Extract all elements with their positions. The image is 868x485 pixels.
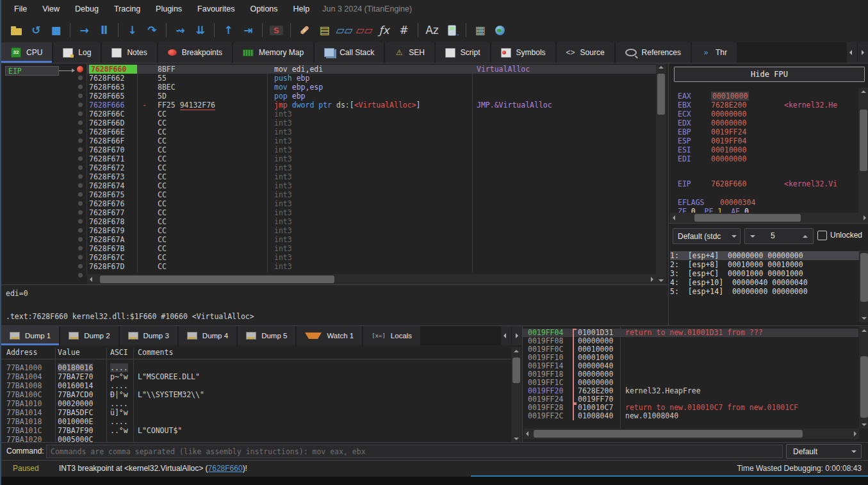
register-row[interactable]: ESI00010000 <box>669 145 858 154</box>
stack-row[interactable]: 0019FF1000001000 <box>523 354 858 362</box>
breakpoint-dot[interactable] <box>78 228 83 233</box>
disasm-row[interactable]: 7628F6655Dpop ebp <box>87 92 656 101</box>
disasm-row[interactable]: 7628F670CCint3 <box>87 145 656 154</box>
argument-row[interactable]: 5: [esp+14] 00000000 00000000 <box>670 287 861 296</box>
disasm-row[interactable]: 7628F677CCint3 <box>87 208 656 217</box>
stack-row[interactable]: 0019FF0C00010000 <box>523 345 858 354</box>
dump-row[interactable]: 77BA10180010000E.... <box>1 417 511 426</box>
scroll-up-icon[interactable] <box>861 90 866 93</box>
disasm-row[interactable]: 7628F66CCCint3 <box>87 110 656 119</box>
tab-scroll-right-icon[interactable] <box>857 44 868 62</box>
tab-notes[interactable]: Notes <box>102 42 158 63</box>
scroll-down-icon[interactable] <box>514 438 519 440</box>
menu-item-options[interactable]: Options <box>242 4 285 13</box>
register-row[interactable]: EDX00000000 <box>669 119 858 127</box>
scroll-left-icon[interactable] <box>673 215 675 220</box>
tab-cpu[interactable]: 32CPU <box>1 42 53 63</box>
profile-select[interactable]: Default <box>786 444 862 459</box>
argument-row[interactable]: 2: [esp+8] 00010000 00010000 <box>670 260 861 269</box>
breakpoint-dot[interactable] <box>78 147 83 152</box>
menu-item-tracing[interactable]: Tracing <box>106 4 148 13</box>
run-icon[interactable]: → <box>74 21 94 40</box>
comment-icon[interactable]: ▤ <box>315 21 334 40</box>
breakpoint-dot[interactable] <box>78 201 83 206</box>
disasm-row[interactable]: 7628F672CCint3 <box>87 163 656 172</box>
scrollbar-thumb[interactable] <box>860 110 867 171</box>
dump-row[interactable]: 77BA101000020000.... <box>1 399 511 408</box>
pause-icon[interactable]: Ⅱ <box>94 21 114 40</box>
argument-count-spinner[interactable]: 5 <box>744 228 814 244</box>
dump-row[interactable]: 77BA100000180016.... <box>1 363 511 372</box>
patch-icon[interactable] <box>295 21 315 40</box>
disasm-row[interactable]: 7628F67ACCint3 <box>87 235 656 244</box>
dump-vertical-scrollbar[interactable] <box>511 347 521 443</box>
register-row[interactable]: EAX00010000 <box>669 92 858 101</box>
arguments-vertical-scrollbar[interactable] <box>859 251 868 322</box>
stack-vertical-scrollbar[interactable] <box>859 327 868 429</box>
tab-seh[interactable]: ⚠SEH <box>385 42 436 63</box>
disasm-row[interactable]: 7628F671CCint3 <box>87 154 656 163</box>
trace-over-icon[interactable]: ⇝ <box>170 21 190 40</box>
step-over-icon[interactable]: ↷ <box>142 21 162 40</box>
breakpoint-dot[interactable] <box>78 210 83 215</box>
breakpoint-dot[interactable] <box>78 246 83 251</box>
execute-till-return-icon[interactable]: ↑ <box>218 21 238 40</box>
disasm-row[interactable]: 7628F66FCCint3 <box>87 136 656 145</box>
scroll-right-icon[interactable] <box>651 277 653 282</box>
breakpoint-dot[interactable] <box>78 129 83 134</box>
breakpoint-dot[interactable] <box>78 111 83 116</box>
disasm-row[interactable]: 7628F675CCint3 <box>87 190 656 199</box>
stack-row[interactable]: 0019FF0800000000 <box>523 337 858 345</box>
menu-item-plugins[interactable]: Plugins <box>148 4 190 13</box>
scroll-up-icon[interactable] <box>659 66 664 69</box>
source-mode-icon[interactable]: S <box>266 21 286 40</box>
breakpoint-dot[interactable] <box>78 237 83 242</box>
tab-thr[interactable]: »Thr <box>692 42 738 63</box>
scroll-left-icon[interactable] <box>526 431 528 436</box>
scroll-up-icon[interactable] <box>862 329 867 332</box>
dump-row[interactable]: 77BA100C77BA7CD0Ð|°wL"\\SYSTEM32\\" <box>1 390 511 399</box>
stack-horizontal-scrollbar[interactable] <box>523 429 859 439</box>
register-row[interactable]: ECX00000000 <box>669 110 858 119</box>
dump-row[interactable]: 77BA101C77BA7F90..°wL"CONOUT$" <box>1 426 511 435</box>
breakpoint-address-link[interactable]: 7628F660 <box>208 464 243 473</box>
breakpoint-dot[interactable] <box>78 94 83 98</box>
label-icon[interactable]: ▱▱ <box>334 21 354 40</box>
disasm-horizontal-scrollbar[interactable] <box>87 274 656 284</box>
registers-vertical-scrollbar[interactable] <box>858 88 868 226</box>
attach-icon[interactable] <box>442 21 462 40</box>
disasm-row[interactable]: 7628F673CCint3 <box>87 172 656 181</box>
menu-item-file[interactable]: File <box>6 4 35 13</box>
tab-references[interactable]: References <box>616 42 692 63</box>
tab-call-stack[interactable]: Call Stack <box>315 42 385 63</box>
disasm-row[interactable]: 7628F66ECCint3 <box>87 127 656 136</box>
register-row[interactable]: EFLAGS00000304 <box>669 198 858 207</box>
breakpoint-dot[interactable] <box>78 120 83 125</box>
breakpoint-dot[interactable] <box>78 219 83 224</box>
disasm-row[interactable]: 7628F6608BFFmov edi,ediVirtualAlloc <box>87 65 656 74</box>
disasm-row[interactable]: 7628F67CCCint3 <box>87 253 656 262</box>
breakpoint-dot[interactable] <box>77 66 83 72</box>
trace-into-icon[interactable]: ⇊ <box>190 21 210 40</box>
menu-item-favourites[interactable]: Favourites <box>190 4 242 13</box>
breakpoint-dot[interactable] <box>78 192 83 197</box>
dump-row[interactable]: 77BA101477BA5DFCü]°w <box>1 408 511 417</box>
disasm-row[interactable]: 7628F679CCint3 <box>87 226 656 235</box>
tab-memory-map[interactable]: Memory Map <box>233 42 315 63</box>
registers-horizontal-scrollbar[interactable] <box>670 213 868 223</box>
register-row[interactable]: EDI00000000 <box>669 154 858 163</box>
dump-tab-scroll-right-icon[interactable] <box>511 327 522 345</box>
hash-icon[interactable]: # <box>394 21 414 40</box>
calling-convention-select[interactable]: Default (stdc <box>673 228 741 244</box>
function-icon[interactable]: ƒx <box>374 21 394 40</box>
breakpoint-dot[interactable] <box>78 174 83 179</box>
scroll-up-icon[interactable] <box>514 350 519 352</box>
register-row[interactable]: EIP7628F660<kernel32.Vi <box>669 179 858 188</box>
scroll-left-icon[interactable] <box>90 277 92 282</box>
menu-item-debug[interactable]: Debug <box>67 4 106 13</box>
open-file-icon[interactable] <box>6 21 26 40</box>
argument-row[interactable]: 1: [esp+4] 00000000 00000000 <box>670 251 861 260</box>
command-input[interactable] <box>46 445 783 458</box>
disasm-row[interactable]: 7628F67DCCint3 <box>87 262 656 271</box>
scrollbar-thumb[interactable] <box>657 74 665 115</box>
